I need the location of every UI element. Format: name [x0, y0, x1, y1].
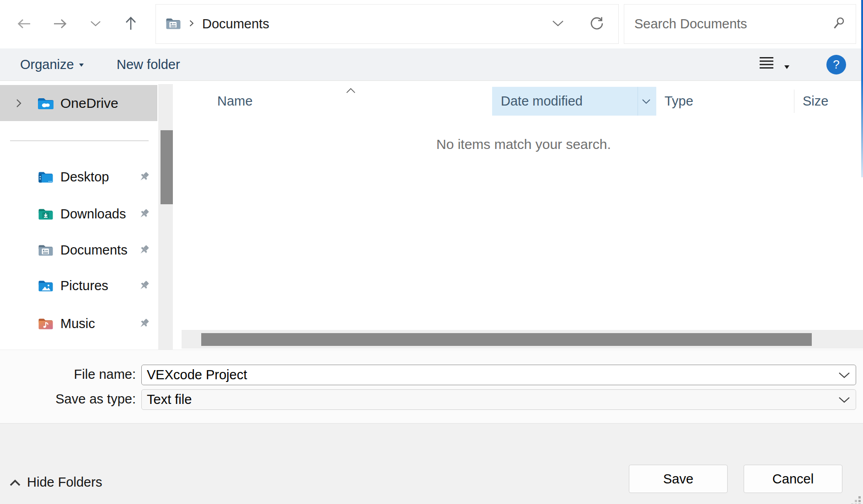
pin-icon	[136, 242, 153, 259]
new-folder-button[interactable]: New folder	[117, 48, 180, 80]
empty-list-message: No items match your search.	[436, 137, 611, 152]
sidebar-item-onedrive[interactable]: OneDrive	[0, 85, 157, 121]
documents-folder-icon	[38, 244, 54, 256]
organize-label: Organize	[20, 57, 74, 72]
sidebar-item-music[interactable]: Music	[0, 309, 157, 338]
caret-down-icon	[79, 55, 84, 70]
column-header-name[interactable]: Name	[173, 87, 492, 116]
back-arrow-icon	[16, 16, 32, 33]
column-label: Name	[217, 94, 252, 109]
column-header-separator	[638, 87, 638, 116]
sidebar-item-label: Desktop	[60, 170, 109, 185]
pictures-folder-icon	[38, 279, 54, 292]
help-button[interactable]: ?	[826, 55, 846, 74]
dialog-footer: Hide Folders Save Cancel	[0, 423, 863, 504]
save-file-dialog: Documents Organize New folder ?	[0, 0, 863, 504]
list-view-icon	[759, 57, 774, 72]
chevron-down-icon[interactable]	[838, 372, 850, 379]
sidebar-scrollbar-track[interactable]	[158, 84, 173, 350]
sidebar-item-pictures[interactable]: Pictures	[0, 271, 157, 300]
sidebar-scrollbar-thumb[interactable]	[161, 130, 173, 204]
command-toolbar: Organize New folder ?	[0, 48, 863, 81]
cancel-button[interactable]: Cancel	[744, 465, 842, 493]
refresh-icon	[589, 16, 605, 32]
recent-locations-button[interactable]	[87, 14, 104, 35]
sidebar-item-documents[interactable]: Documents	[0, 235, 157, 265]
sidebar-item-downloads[interactable]: Downloads	[0, 199, 157, 228]
music-folder-icon	[38, 317, 54, 330]
breadcrumb-chevron-icon	[189, 20, 194, 29]
downloads-folder-icon	[38, 207, 54, 220]
onedrive-folder-icon	[37, 96, 54, 110]
address-bar[interactable]: Documents	[155, 4, 619, 44]
up-button[interactable]	[120, 14, 141, 35]
save-as-type-select[interactable]: Text file	[141, 389, 856, 410]
sidebar-divider	[10, 140, 149, 141]
file-name-label: File name:	[0, 367, 136, 382]
pin-icon	[136, 277, 153, 294]
pin-icon	[136, 169, 153, 186]
hide-folders-label: Hide Folders	[27, 475, 102, 490]
save-button[interactable]: Save	[629, 465, 728, 493]
column-header-size[interactable]: Size	[794, 87, 863, 116]
desktop-folder-icon	[38, 170, 54, 183]
documents-folder-icon	[166, 17, 181, 32]
horizontal-scrollbar-thumb[interactable]	[201, 333, 812, 346]
sidebar-item-label: Documents	[60, 243, 128, 258]
organize-button[interactable]: Organize	[20, 48, 84, 80]
forward-button[interactable]	[49, 14, 70, 35]
hide-folders-button[interactable]: Hide Folders	[9, 475, 102, 490]
expand-chevron-icon[interactable]	[15, 98, 22, 108]
filter-chevron-icon[interactable]	[642, 99, 651, 104]
navigation-bar: Documents	[0, 0, 863, 48]
chevron-down-icon	[552, 20, 564, 28]
save-as-type-label: Save as type:	[0, 392, 136, 407]
sidebar-item-label: Downloads	[60, 207, 126, 222]
sidebar-item-label: OneDrive	[60, 95, 118, 111]
file-name-input[interactable]	[141, 365, 856, 385]
column-label: Size	[803, 94, 828, 109]
search-icon	[831, 16, 847, 33]
search-box[interactable]	[624, 4, 856, 44]
sidebar-item-desktop[interactable]: Desktop	[0, 162, 157, 191]
search-input[interactable]	[634, 16, 831, 32]
up-arrow-icon	[123, 16, 139, 33]
sidebar-item-label: Music	[60, 316, 95, 331]
sidebar-item-label: Pictures	[60, 278, 108, 293]
window-edge-accent	[861, 0, 863, 177]
resize-grip[interactable]	[851, 496, 861, 504]
refresh-button[interactable]	[586, 11, 607, 38]
new-folder-label: New folder	[117, 57, 180, 72]
view-options-button[interactable]	[759, 48, 789, 80]
forward-arrow-icon	[52, 16, 68, 33]
pin-icon	[136, 206, 153, 223]
save-as-type-value: Text file	[147, 392, 192, 407]
caret-down-icon	[784, 57, 789, 72]
chevron-down-icon[interactable]	[838, 397, 850, 403]
pin-icon	[136, 315, 153, 332]
file-name-section: File name: Save as type: Text file	[0, 350, 863, 423]
sort-ascending-icon	[346, 88, 356, 94]
chevron-up-icon	[9, 475, 21, 490]
help-label: ?	[833, 58, 839, 72]
column-label: Date modified	[501, 94, 583, 109]
back-button[interactable]	[14, 14, 35, 35]
column-label: Type	[665, 94, 693, 109]
address-dropdown-button[interactable]	[547, 11, 568, 38]
chevron-down-icon	[90, 21, 101, 28]
column-header-date-modified[interactable]: Date modified	[492, 87, 656, 116]
breadcrumb-documents[interactable]: Documents	[202, 16, 269, 32]
column-header-type[interactable]: Type	[657, 87, 794, 116]
